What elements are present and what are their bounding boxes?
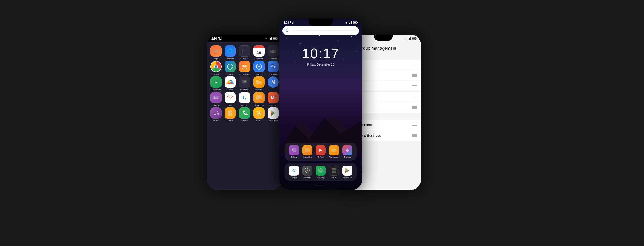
app-item[interactable]: G Google xyxy=(238,92,251,106)
app-item[interactable]: 16 Calendar xyxy=(252,45,266,60)
wifi-icon-center xyxy=(344,21,348,24)
settings-title: Group management xyxy=(358,46,396,51)
app-label-phone: Phone xyxy=(242,120,248,122)
app-label-music: Music xyxy=(213,120,219,122)
app-item[interactable]: Clock xyxy=(224,61,237,75)
svg-rect-30 xyxy=(242,80,247,83)
svg-rect-100 xyxy=(412,38,415,39)
battery-icon-center xyxy=(353,21,358,24)
app-label-mistore: Mi Store xyxy=(269,104,277,106)
google-search-bar[interactable]: G xyxy=(282,26,359,35)
app-label-apps: Apps xyxy=(214,57,218,60)
dock-icon-google: G xyxy=(289,166,299,176)
app-label-clock: Clock xyxy=(228,73,233,75)
signal-icon xyxy=(269,37,272,40)
app-icon-explorer xyxy=(268,61,279,72)
drag-handle-map[interactable] xyxy=(412,85,417,87)
app-item[interactable]: Gmail xyxy=(224,92,237,106)
app-item[interactable]: 🛒 Apps xyxy=(209,45,223,60)
dock-tools[interactable]: Tools xyxy=(329,166,339,178)
drag-handle-game[interactable] xyxy=(412,64,417,66)
drag-handle-finance[interactable] xyxy=(412,134,417,137)
notch-left xyxy=(235,35,254,41)
app-item[interactable]: Play Store xyxy=(266,107,280,122)
app-item[interactable]: Notes xyxy=(224,107,237,122)
svg-rect-7 xyxy=(273,38,276,39)
svg-rect-6 xyxy=(277,38,278,39)
app-label-downloads: Downloads xyxy=(211,89,221,91)
svg-point-17 xyxy=(245,65,247,67)
app-item[interactable]: +π S/ Calculator xyxy=(238,45,251,60)
status-time-center: 2:36 PM xyxy=(284,21,294,24)
dock-settings[interactable]: Settings xyxy=(302,166,312,178)
dock-fileman[interactable]: File Mana... xyxy=(329,145,339,158)
app-item[interactable]: File Mana... xyxy=(252,76,266,91)
dock-messaging[interactable]: Messaging xyxy=(302,145,312,158)
dock-google[interactable]: G Google xyxy=(289,166,299,178)
app-item[interactable]: Mi Mi Store xyxy=(266,92,280,106)
app-item[interactable]: Gallery xyxy=(209,92,223,106)
dock-mivideo[interactable]: Mi Video xyxy=(316,145,326,158)
app-icon-fileman xyxy=(253,76,265,88)
app-item[interactable]: Camera xyxy=(266,45,280,60)
app-icon-feedback xyxy=(239,76,250,88)
lockscreen-time: 10:17 xyxy=(279,45,362,62)
app-icon-messaging xyxy=(253,92,265,103)
svg-rect-96 xyxy=(409,38,410,40)
svg-rect-99 xyxy=(416,38,417,39)
app-label-community: Community xyxy=(239,73,250,75)
dock-playstore[interactable]: Play Store xyxy=(342,166,352,178)
drag-handle-book[interactable] xyxy=(412,106,417,109)
app-item[interactable]: Explorer xyxy=(266,61,280,75)
app-label-gmail: Gmail xyxy=(228,104,233,106)
drag-handle-entertainment[interactable] xyxy=(412,124,417,126)
dock-themes[interactable]: Themes xyxy=(342,145,352,158)
app-label-photo: Photo xyxy=(256,120,262,122)
status-bar-center: 2:36 PM xyxy=(279,19,362,26)
svg-rect-95 xyxy=(409,39,409,40)
app-icon-google: G xyxy=(239,92,250,103)
dock-security[interactable]: Security xyxy=(316,166,326,178)
dock-label-playstore: Play Store xyxy=(343,176,352,178)
dock-gallery[interactable]: Gallery xyxy=(289,145,299,158)
app-item[interactable]: Photo xyxy=(252,107,266,122)
app-item[interactable]: Phone xyxy=(238,107,251,122)
svg-point-41 xyxy=(217,113,219,115)
app-icon-gmail xyxy=(225,92,236,103)
lockscreen-dock: Gallery Messaging xyxy=(279,143,362,184)
svg-rect-3 xyxy=(270,38,271,40)
app-item[interactable]: Community xyxy=(238,61,251,75)
drag-handle-news[interactable] xyxy=(412,74,417,77)
app-label-compass: Compass xyxy=(255,73,263,75)
drag-handle-movie[interactable] xyxy=(412,96,417,98)
svg-point-12 xyxy=(272,51,274,52)
battery-icon-right xyxy=(412,37,417,40)
dock-label-fileman: File Mana... xyxy=(329,156,339,158)
svg-rect-72 xyxy=(350,22,350,24)
app-item[interactable]: Music xyxy=(209,107,223,122)
notch-right xyxy=(374,35,393,41)
app-icon-browser: 🌐 xyxy=(225,45,236,57)
svg-rect-73 xyxy=(351,22,351,24)
app-label-calculator: Calculator xyxy=(240,57,249,60)
app-item[interactable]: Messaging xyxy=(252,92,266,106)
app-label-gallery: Gallery xyxy=(213,104,219,106)
app-icon-compass xyxy=(253,61,265,72)
app-icon-calendar: 16 xyxy=(253,45,265,57)
svg-rect-74 xyxy=(351,21,352,24)
svg-rect-1 xyxy=(269,39,269,40)
svg-rect-86 xyxy=(334,168,336,170)
app-label-camera: Camera xyxy=(270,57,277,60)
app-item[interactable]: Drive xyxy=(224,76,237,91)
app-item[interactable]: Compass xyxy=(252,61,266,75)
app-item[interactable]: M xyxy=(266,76,280,91)
status-time-left: 2:36 PM xyxy=(211,37,222,40)
app-item[interactable]: Downloads xyxy=(209,76,223,91)
app-item[interactable]: Feedback xyxy=(238,76,251,91)
svg-rect-97 xyxy=(410,37,411,40)
app-item[interactable]: 🌐 Browser xyxy=(224,45,237,60)
app-label-messaging: Messaging xyxy=(254,104,264,106)
app-item[interactable]: Chrome xyxy=(209,61,223,75)
svg-text:+π: +π xyxy=(242,49,245,51)
svg-rect-76 xyxy=(357,22,358,23)
